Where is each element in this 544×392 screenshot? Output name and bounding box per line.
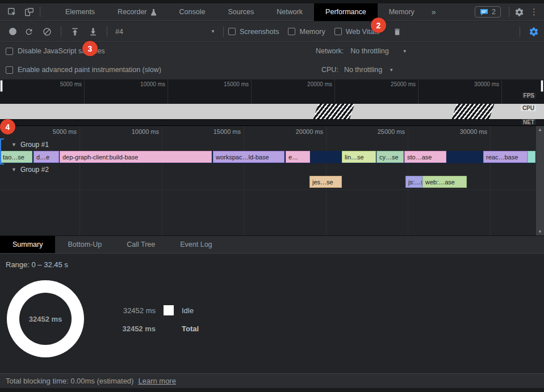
cpu-busy-hatch [452, 104, 495, 119]
more-options-icon[interactable]: ⋮ [524, 7, 544, 17]
capture-settings-gear-icon[interactable] [528, 26, 539, 37]
tab-label: Elements [65, 8, 95, 16]
overview-right-handle[interactable] [541, 80, 543, 92]
flame-tick-label: 20000 ms [296, 128, 323, 135]
collapse-triangle-icon[interactable]: ▼ [11, 142, 16, 147]
details-tab-call-tree[interactable]: Call Tree [114, 236, 168, 253]
flame-bar[interactable]: dep-graph-client:build-base [60, 151, 212, 163]
flame-bar[interactable] [528, 151, 535, 163]
tab-memory[interactable]: Memory [378, 3, 426, 21]
checkbox-label: Memory [299, 28, 325, 36]
recording-session-selector[interactable]: #4 ▼ [112, 28, 219, 36]
flame-scrollbar[interactable]: ▲ ▼ [535, 126, 544, 235]
legend-label: Idle [182, 306, 216, 315]
group-label: Group #2 [20, 166, 49, 174]
issues-button[interactable]: 2 [475, 6, 501, 18]
tab-label: Performance [325, 8, 366, 16]
checkbox-box[interactable] [288, 28, 295, 35]
performance-toolbar: #4 ▼ ScreenshotsMemoryWeb Vitals [0, 22, 544, 42]
divider [520, 27, 520, 37]
timeline-overview[interactable]: 5000 ms10000 ms15000 ms20000 ms25000 ms3… [0, 79, 544, 126]
overview-tick-label: 20000 ms [307, 81, 332, 87]
cpu-lane-label: CPU [521, 105, 536, 111]
cpu-throttling-row: CPU: No throttling ▼ [321, 66, 394, 74]
checkbox-box[interactable] [228, 28, 236, 35]
checkbox-box[interactable] [6, 48, 13, 55]
flame-bar[interactable]: lin…se [342, 151, 376, 163]
network-throttling-select[interactable]: No throttling [350, 47, 388, 55]
net-activity-band: NET [0, 119, 544, 126]
clear-recording-button[interactable] [41, 26, 53, 37]
checkbox-box[interactable] [6, 66, 13, 74]
checkbox-screenshots[interactable]: Screenshots [228, 28, 279, 36]
chevron-down-icon[interactable]: ▼ [403, 49, 407, 54]
checkbox-label: Enable advanced paint instrumentation (s… [18, 66, 161, 74]
annotation-badge-2: 2 [371, 18, 386, 33]
flame-tick-label: 5000 ms [53, 128, 77, 135]
overview-tick-label: 5000 ms [60, 81, 82, 87]
group-header-2[interactable]: ▼Group #2 [11, 166, 49, 174]
checkbox-label: Screenshots [240, 28, 279, 36]
flame-bar[interactable]: web:…ase [422, 176, 467, 188]
inspect-element-icon[interactable] [7, 7, 17, 17]
device-toolbar-icon[interactable] [24, 7, 34, 17]
overview-tick-line [251, 79, 252, 104]
scroll-down-icon[interactable]: ▼ [538, 229, 542, 234]
status-bar: Total blocking time: 0.00ms (estimated) … [0, 373, 544, 388]
flask-icon [150, 9, 157, 16]
details-tab-event-log[interactable]: Event Log [168, 236, 224, 253]
flame-bar[interactable]: sto…ase [404, 151, 446, 163]
load-profile-icon[interactable] [69, 26, 81, 37]
flame-tick-label: 15000 ms [214, 128, 241, 135]
advanced-paint-checkbox[interactable]: Enable advanced paint instrumentation (s… [6, 66, 161, 74]
tab-network[interactable]: Network [265, 3, 314, 21]
legend-swatch [164, 305, 174, 315]
flame-grid-line [490, 126, 491, 235]
flame-bar[interactable]: tao…se [0, 151, 32, 163]
tab-label: Network [277, 8, 303, 16]
flame-bar[interactable]: jes…se [309, 176, 342, 188]
flame-grid-line [162, 126, 162, 235]
summary-donut-chart: 32452 ms [7, 280, 84, 357]
chevron-down-icon[interactable]: ▼ [389, 68, 394, 73]
tab-label: Sources [228, 8, 254, 16]
flame-bar[interactable]: workspac…ld-base [213, 151, 284, 163]
overview-left-handle[interactable] [0, 80, 3, 92]
record-button[interactable] [9, 28, 16, 35]
flame-bar[interactable]: e… [286, 151, 310, 163]
reload-and-record-button[interactable] [23, 26, 35, 37]
trash-icon[interactable] [392, 26, 403, 37]
save-profile-icon[interactable] [87, 26, 99, 37]
overview-tick-label: 15000 ms [224, 81, 249, 87]
group-header-1[interactable]: ▼Group #1 [11, 141, 49, 149]
overview-tick-line [84, 79, 85, 104]
tab-console[interactable]: Console [168, 3, 217, 21]
overview-tick-label: 25000 ms [391, 81, 416, 87]
details-tab-summary[interactable]: Summary [0, 236, 55, 253]
legend-label: Total [182, 324, 216, 333]
checkbox-box[interactable] [334, 28, 342, 35]
tab-elements[interactable]: Elements [54, 3, 106, 21]
scroll-up-icon[interactable]: ▲ [538, 127, 542, 132]
flame-chart[interactable]: 5000 ms10000 ms15000 ms20000 ms25000 ms3… [0, 126, 544, 235]
cpu-throttling-select[interactable]: No throttling [344, 66, 382, 74]
bottom-edge-strip [0, 388, 544, 392]
flame-bar[interactable]: d…e [34, 151, 59, 163]
divider [223, 27, 224, 37]
tab-recorder[interactable]: Recorder [106, 3, 168, 21]
flame-bar[interactable]: js:…se [405, 176, 422, 188]
overview-tick-line [418, 79, 419, 104]
more-tabs-chevron[interactable]: » [432, 7, 436, 16]
flame-bar[interactable]: cy…se [376, 151, 404, 163]
settings-gear-icon[interactable] [514, 7, 524, 17]
tab-performance[interactable]: Performance [314, 3, 378, 21]
collapse-triangle-icon[interactable]: ▼ [11, 167, 16, 172]
flame-bar[interactable]: reac…base [483, 151, 528, 163]
annotation-badge-3: 3 [82, 41, 98, 56]
learn-more-link[interactable]: Learn more [138, 377, 175, 385]
checkbox-memory[interactable]: Memory [288, 28, 325, 36]
devtools-window: ElementsRecorderConsoleSourcesNetworkPer… [0, 0, 544, 392]
tab-sources[interactable]: Sources [216, 3, 265, 21]
group-label: Group #1 [20, 141, 49, 149]
details-tab-bottom-up[interactable]: Bottom-Up [55, 236, 114, 253]
